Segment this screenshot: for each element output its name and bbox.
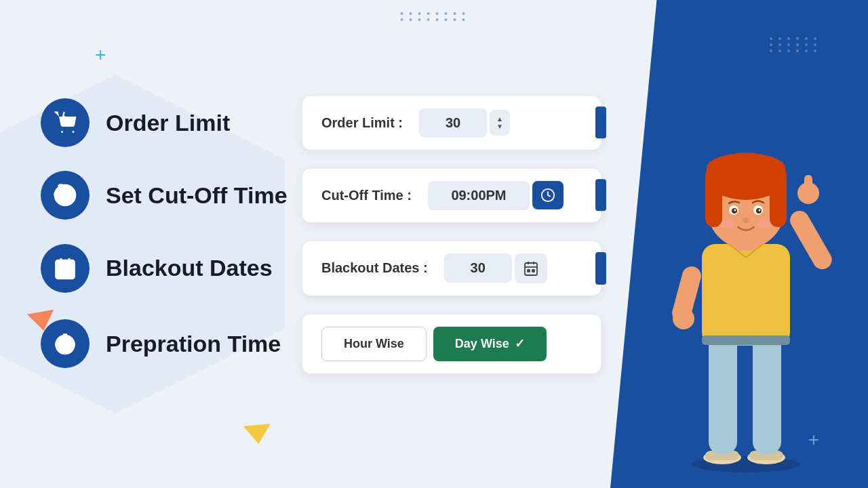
order-limit-label: Order Limit bbox=[106, 110, 296, 136]
main-content: ! Order Limit Order Limit : ▲ ▼ bbox=[0, 0, 651, 488]
svg-rect-6 bbox=[56, 260, 75, 279]
calendar-picker-button[interactable] bbox=[515, 253, 547, 283]
spinner-up-icon: ▲ bbox=[496, 115, 503, 123]
clock-picker-button[interactable] bbox=[532, 181, 564, 209]
cutoff-time-card: Cut-Off Time : bbox=[302, 169, 601, 222]
day-wise-check-icon: ✓ bbox=[515, 336, 525, 351]
svg-rect-14 bbox=[528, 270, 530, 272]
day-wise-button[interactable]: Day Wise ✓ bbox=[433, 327, 547, 361]
card-accent-3 bbox=[595, 252, 606, 285]
svg-point-1 bbox=[73, 131, 75, 133]
svg-point-46 bbox=[673, 308, 694, 329]
svg-point-32 bbox=[707, 153, 785, 183]
svg-rect-31 bbox=[770, 173, 787, 227]
cutoff-time-label: Set Cut-Off Time bbox=[106, 182, 296, 209]
blackout-dates-card: Blackout Dates : bbox=[302, 241, 601, 296]
svg-rect-42 bbox=[787, 207, 834, 272]
background: + + ! Order Limit Order Limit : bbox=[0, 0, 868, 488]
spinner-down-icon: ▼ bbox=[496, 123, 503, 130]
clock-hand-icon bbox=[53, 183, 77, 207]
blackout-dates-input[interactable] bbox=[444, 253, 512, 283]
character-svg bbox=[658, 81, 834, 474]
svg-text:!: ! bbox=[63, 115, 66, 124]
order-limit-card: Order Limit : ▲ ▼ bbox=[302, 96, 601, 150]
cutoff-time-icon-circle bbox=[41, 171, 90, 220]
svg-rect-44 bbox=[804, 175, 812, 195]
calendar-icon bbox=[53, 256, 77, 281]
cutoff-time-row: Set Cut-Off Time Cut-Off Time : bbox=[41, 169, 610, 222]
preparation-time-label: Prepration Time bbox=[106, 331, 296, 357]
cutoff-time-input[interactable] bbox=[428, 181, 530, 210]
blackout-dates-row: Blackout Dates Blackout Dates : bbox=[41, 241, 610, 296]
card-accent-2 bbox=[595, 179, 606, 211]
dots-top-right bbox=[770, 37, 819, 52]
order-limit-input[interactable] bbox=[419, 108, 487, 138]
calendar-picker-icon bbox=[523, 260, 539, 277]
blackout-dates-icon-circle bbox=[41, 244, 90, 293]
order-limit-icon-circle: ! bbox=[41, 98, 90, 147]
day-wise-label: Day Wise bbox=[455, 337, 509, 351]
svg-point-41 bbox=[757, 219, 771, 228]
order-limit-spinner[interactable]: ▲ ▼ bbox=[490, 110, 510, 136]
stopwatch-icon bbox=[53, 331, 77, 356]
svg-point-0 bbox=[61, 131, 63, 133]
svg-point-38 bbox=[759, 209, 761, 211]
svg-rect-24 bbox=[709, 332, 737, 454]
svg-rect-47 bbox=[702, 336, 790, 345]
blackout-dates-control-label: Blackout Dates : bbox=[321, 260, 428, 276]
blackout-dates-label: Blackout Dates bbox=[106, 255, 296, 281]
svg-rect-30 bbox=[705, 173, 722, 227]
svg-rect-15 bbox=[532, 270, 534, 272]
svg-rect-26 bbox=[702, 244, 790, 346]
cart-icon: ! bbox=[53, 110, 77, 135]
preparation-time-row: Prepration Time Hour Wise Day Wise ✓ bbox=[41, 314, 610, 373]
card-accent-1 bbox=[595, 106, 606, 138]
clock-icon bbox=[540, 188, 555, 203]
svg-point-37 bbox=[734, 209, 736, 211]
order-limit-control-label: Order Limit : bbox=[321, 115, 403, 131]
preparation-time-icon-circle bbox=[41, 319, 90, 368]
svg-rect-10 bbox=[525, 263, 537, 275]
character-illustration bbox=[644, 81, 834, 474]
cutoff-time-control-label: Cut-Off Time : bbox=[321, 188, 412, 203]
order-limit-row: ! Order Limit Order Limit : ▲ ▼ bbox=[41, 96, 610, 150]
svg-rect-25 bbox=[753, 332, 781, 454]
prep-btn-group: Hour Wise Day Wise ✓ bbox=[321, 327, 547, 361]
svg-point-39 bbox=[743, 218, 749, 223]
svg-point-40 bbox=[721, 219, 734, 228]
hour-wise-button[interactable]: Hour Wise bbox=[321, 327, 427, 361]
preparation-time-card: Hour Wise Day Wise ✓ bbox=[302, 314, 601, 373]
